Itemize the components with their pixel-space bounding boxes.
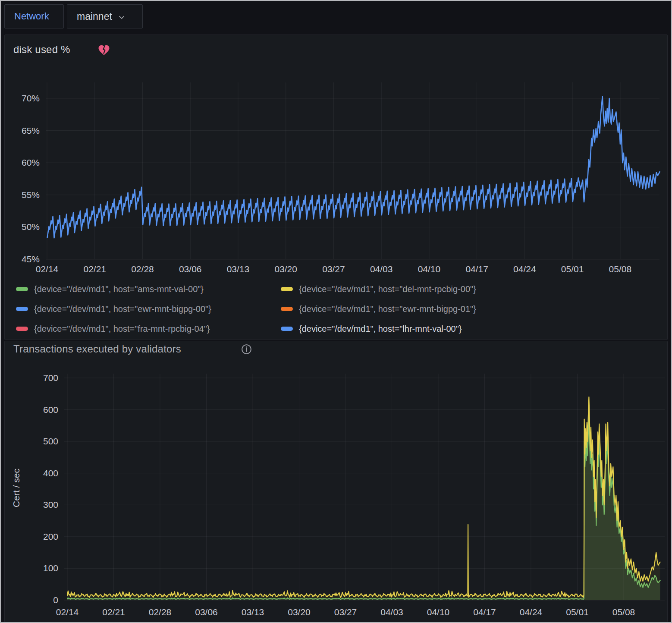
network-variable-dropdown[interactable]: mainnet bbox=[67, 4, 143, 28]
x-axis-tick: 03/27 bbox=[322, 264, 345, 274]
y-axis-tick: 300 bbox=[43, 500, 58, 510]
y-axis-tick: 55% bbox=[22, 190, 40, 200]
legend-item[interactable]: {device="/dev/md1", host="ewr-mnt-bigpg-… bbox=[16, 302, 281, 315]
chevron-down-icon bbox=[117, 13, 126, 22]
y-axis-tick: 100 bbox=[43, 563, 58, 573]
x-axis-tick: 03/27 bbox=[334, 607, 357, 617]
legend-series-swatch bbox=[281, 287, 293, 291]
x-axis-tick: 04/03 bbox=[380, 607, 403, 617]
x-axis-tick: 05/08 bbox=[609, 264, 632, 274]
yellow-series-fill bbox=[67, 397, 660, 600]
x-axis-tick: 05/01 bbox=[566, 607, 589, 617]
network-label-text: Network bbox=[14, 11, 49, 22]
x-axis-tick: 02/21 bbox=[83, 264, 106, 274]
legend-series-label: {device="/dev/md1", host="fra-mnt-rpcbig… bbox=[34, 324, 210, 334]
x-axis-tick: 04/24 bbox=[513, 264, 536, 274]
grid-and-axes: 010020030040050060070002/1402/2102/2803/… bbox=[43, 373, 665, 617]
y-axis-tick: 200 bbox=[43, 532, 58, 541]
y-axis-tick: 600 bbox=[43, 405, 58, 415]
grid-and-axes: 45%50%55%60%65%70%02/1402/2102/2803/0603… bbox=[22, 82, 659, 274]
x-axis-tick: 04/10 bbox=[427, 607, 450, 617]
transactions-chart[interactable]: 010020030040050060070002/1402/2102/2803/… bbox=[5, 341, 667, 622]
y-axis-title: Cert / sec bbox=[11, 469, 21, 507]
legend-series-label: {device="/dev/md1", host="ewr-mnt-bigpg-… bbox=[299, 304, 476, 314]
y-axis-tick: 400 bbox=[43, 468, 58, 478]
x-axis-tick: 02/21 bbox=[102, 607, 125, 617]
x-axis-tick: 03/13 bbox=[227, 264, 250, 274]
x-axis-tick: 03/13 bbox=[242, 607, 264, 617]
legend-item[interactable]: {device="/dev/md1", host="ewr-mnt-bigpg-… bbox=[281, 302, 546, 315]
x-axis-tick: 02/14 bbox=[56, 607, 79, 617]
y-axis-tick: 700 bbox=[43, 373, 58, 383]
legend-series-swatch bbox=[281, 307, 293, 311]
y-axis-tick: 60% bbox=[22, 157, 40, 167]
x-axis-tick: 03/20 bbox=[274, 264, 297, 274]
x-axis-tick: 04/10 bbox=[418, 264, 441, 274]
legend-item[interactable]: {device="/dev/md1", host="fra-mnt-rpcbig… bbox=[16, 322, 281, 335]
legend-series-swatch bbox=[16, 287, 28, 291]
legend-item[interactable]: {device="/dev/md1", host="lhr-mnt-val-00… bbox=[281, 322, 546, 335]
y-axis-tick: 65% bbox=[22, 126, 40, 135]
green-series-fill bbox=[67, 415, 660, 600]
x-axis-tick: 04/24 bbox=[520, 607, 543, 617]
x-axis-tick: 04/17 bbox=[473, 607, 496, 617]
x-axis-tick: 05/08 bbox=[612, 607, 635, 617]
green-series-line bbox=[67, 415, 660, 600]
x-axis-tick: 03/06 bbox=[179, 264, 202, 274]
x-axis-tick: 05/01 bbox=[561, 264, 584, 274]
legend-series-swatch bbox=[281, 327, 293, 331]
x-axis-tick: 02/14 bbox=[36, 264, 59, 274]
yellow-series-line bbox=[67, 397, 660, 598]
y-axis-tick: 0 bbox=[53, 595, 58, 605]
panel-disk-used: disk used % 45%50%55%60%65%70%02/1402/21… bbox=[4, 35, 668, 340]
legend-item[interactable]: {device="/dev/md1", host="ams-mnt-val-00… bbox=[16, 283, 281, 296]
network-variable-value: mainnet bbox=[77, 11, 112, 22]
legend-series-swatch bbox=[16, 307, 28, 311]
x-axis-tick: 02/28 bbox=[149, 607, 172, 617]
y-axis-tick: 500 bbox=[43, 436, 58, 446]
y-axis-tick: 45% bbox=[22, 254, 40, 264]
legend-series-label: {device="/dev/md1", host="del-mnt-rpcbig… bbox=[299, 284, 476, 294]
y-axis-tick: 70% bbox=[22, 93, 40, 103]
x-axis-tick: 04/03 bbox=[370, 264, 393, 274]
legend-series-label: {device="/dev/md1", host="lhr-mnt-val-00… bbox=[299, 324, 462, 334]
legend-item[interactable]: {device="/dev/md1", host="del-mnt-rpcbig… bbox=[281, 283, 546, 296]
y-axis-tick: 50% bbox=[22, 222, 40, 232]
disk-used-series-line bbox=[47, 97, 660, 238]
legend-series-swatch bbox=[16, 327, 28, 331]
x-axis-tick: 03/06 bbox=[195, 607, 218, 617]
x-axis-tick: 03/20 bbox=[288, 607, 311, 617]
legend-series-label: {device="/dev/md1", host="ewr-mnt-bigpg-… bbox=[34, 304, 211, 314]
x-axis-tick: 02/28 bbox=[131, 264, 154, 274]
panel-transactions: Transactions executed by validators 0100… bbox=[4, 341, 668, 622]
chart-legend: {device="/dev/md1", host="ams-mnt-val-00… bbox=[16, 283, 646, 335]
x-axis-tick: 04/17 bbox=[465, 264, 488, 274]
legend-series-label: {device="/dev/md1", host="ams-mnt-val-00… bbox=[34, 284, 204, 294]
network-variable-label: Network bbox=[4, 4, 64, 28]
grafana-dashboard: Network mainnet disk used % 45%50%55%60%… bbox=[0, 0, 672, 623]
